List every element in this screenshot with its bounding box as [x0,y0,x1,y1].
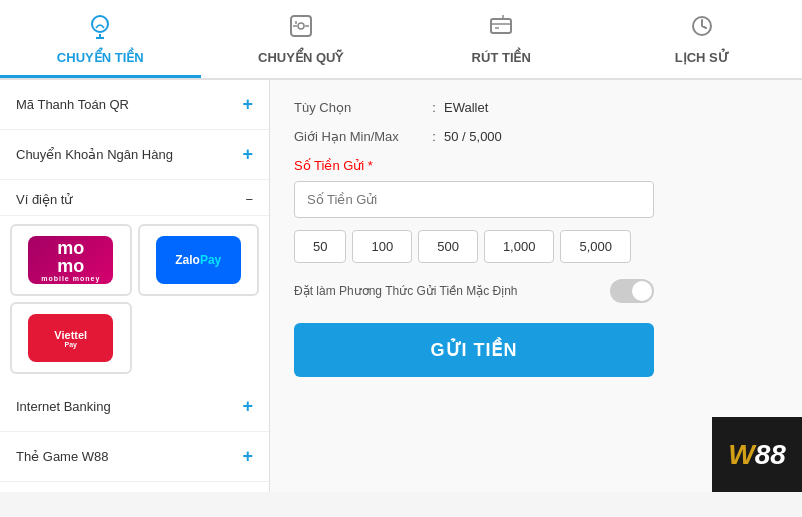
sidebar-item-the-dien-thoai[interactable]: Thẻ Điện Thoại + [0,482,269,492]
main-content: Tùy Chọn : EWallet Giới Hạn Min/Max : 50… [270,80,802,492]
gioi-han-row: Giới Hạn Min/Max : 50 / 5,000 [294,129,778,144]
plus-icon-internet: + [242,396,253,417]
wallet-section-header[interactable]: Ví điện tử − [0,180,269,216]
gioi-han-value: 50 / 5,000 [444,129,502,144]
w88-logo: W88 [712,417,802,492]
sidebar-item-internet-banking[interactable]: Internet Banking + [0,382,269,432]
quick-btn-5000[interactable]: 5,000 [560,230,631,263]
gioi-han-colon: : [424,129,444,144]
quick-btn-100[interactable]: 100 [352,230,412,263]
main-layout: Mã Thanh Toán QR + Chuyển Khoản Ngân Hàn… [0,80,802,492]
sidebar-item-chuyen-khoan[interactable]: Chuyển Khoản Ngân Hàng + [0,130,269,180]
sidebar-label-internet-banking: Internet Banking [16,399,111,414]
tab-lich-su[interactable]: LỊCH SỬ [602,0,803,78]
minus-icon-wallet: − [245,192,253,207]
quick-btn-50[interactable]: 50 [294,230,346,263]
sidebar-label-the-game: Thẻ Game W88 [16,449,109,464]
quick-amount-buttons: 50 100 500 1,000 5,000 [294,230,654,263]
transfer-icon [287,12,315,46]
sidebar-item-ma-thanh-toan-qr[interactable]: Mã Thanh Toán QR + [0,80,269,130]
default-payment-toggle[interactable] [610,279,654,303]
wallet-section-label: Ví điện tử [16,192,72,207]
tuy-chon-row: Tùy Chọn : EWallet [294,100,778,115]
tab-rut-tien[interactable]: RÚT TIỀN [401,0,602,78]
tab-chuyen-tien-label: CHUYỂN TIỀN [57,50,144,65]
wallet-viettelpay[interactable]: Viettel Pay [10,302,132,374]
default-payment-row: Đặt làm Phương Thức Gửi Tiền Mặc Định [294,279,654,303]
quick-btn-1000[interactable]: 1,000 [484,230,555,263]
tab-chuyen-quy[interactable]: CHUYỂN QUỸ [201,0,402,78]
tab-chuyen-quy-label: CHUYỂN QUỸ [258,50,343,65]
tab-lich-su-label: LỊCH SỬ [675,50,729,65]
w88-text: W88 [728,439,786,471]
tuy-chon-label: Tùy Chọn [294,100,424,115]
history-icon [688,12,716,46]
quick-btn-500[interactable]: 500 [418,230,478,263]
tab-rut-tien-label: RÚT TIỀN [472,50,531,65]
tab-navigation: CHUYỂN TIỀN CHUYỂN QUỸ RÚT TIỀN [0,0,802,80]
gui-tien-button[interactable]: GỬI TIỀN [294,323,654,377]
tab-chuyen-tien[interactable]: CHUYỂN TIỀN [0,0,201,78]
wallet-grid: mo mo mobile money ZaloPay Viettel Pay [0,216,269,382]
tuy-chon-value: EWallet [444,100,488,115]
viettel-logo: Viettel Pay [28,314,113,362]
wallet-momo[interactable]: mo mo mobile money [10,224,132,296]
wallet-icon [86,12,114,46]
so-tien-gui-input[interactable] [294,181,654,218]
svg-point-5 [298,23,304,29]
sidebar: Mã Thanh Toán QR + Chuyển Khoản Ngân Hàn… [0,80,270,492]
gioi-han-label: Giới Hạn Min/Max [294,129,424,144]
momo-logo: mo mo mobile money [28,236,113,284]
plus-icon-qr: + [242,94,253,115]
sidebar-label-ma-thanh-toan-qr: Mã Thanh Toán QR [16,97,129,112]
zalopay-logo: ZaloPay [156,236,241,284]
wallet-zalopay[interactable]: ZaloPay [138,224,260,296]
default-payment-label: Đặt làm Phương Thức Gửi Tiền Mặc Định [294,284,518,298]
sidebar-item-the-game[interactable]: Thẻ Game W88 + [0,432,269,482]
withdraw-icon [487,12,515,46]
svg-rect-6 [491,19,511,33]
svg-point-0 [92,16,108,32]
plus-icon-game: + [242,446,253,467]
so-tien-gui-label: Số Tiền Gửi * [294,158,778,173]
tuy-chon-colon: : [424,100,444,115]
plus-icon-bank: + [242,144,253,165]
sidebar-label-chuyen-khoan: Chuyển Khoản Ngân Hàng [16,147,173,162]
